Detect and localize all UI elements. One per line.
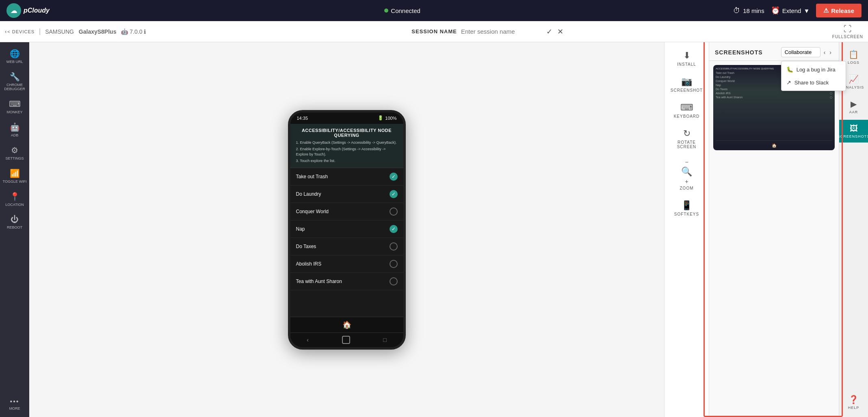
bug-icon: 🐛 — [786, 66, 793, 73]
fullscreen-button[interactable]: ⛶ FULLSCREEN — [832, 24, 863, 39]
screenshot-tool[interactable]: 📷 SCREENSHOT — [665, 72, 709, 97]
info-icon[interactable]: ℹ — [144, 28, 146, 35]
zoom-tool[interactable]: − 🔍 + ZOOM — [665, 155, 709, 194]
todo-item[interactable]: Abolish IRS — [290, 255, 403, 273]
extend-area[interactable]: ⏰ Extend ▼ — [771, 6, 810, 15]
softkeys-tool[interactable]: 📱 SOFTKEYS — [665, 196, 709, 220]
share-icon: ↗ — [786, 79, 791, 86]
screenshot-icon: 📷 — [681, 76, 692, 87]
screenshots-title: SCREENSHOTS — [715, 49, 763, 56]
phone-home-btn[interactable] — [342, 336, 350, 344]
instruction-1: 1. Enable QueryBack (Settings -> Accessi… — [296, 140, 398, 145]
phone-nav-bar: ‹ □ — [290, 333, 403, 347]
back-to-devices-button[interactable]: ‹ < DEVICES — [5, 28, 35, 35]
screenshots-content: ACCESSIBILITY/ACCESSIBILITY NODE QUERYIN… — [709, 61, 839, 417]
battery-icon: 🔋 — [378, 115, 383, 121]
keyboard-icon: ⌨ — [680, 102, 693, 113]
sidebar-toggle-wifi-label: TOGGLE WIFI — [3, 179, 27, 184]
battery-level: 100% — [385, 116, 396, 121]
todo-text: Do Taxes — [296, 244, 316, 249]
settings-icon: ⚙ — [11, 145, 18, 155]
thumb-row-7: Tea with Aunt Sharon — [716, 96, 832, 99]
todo-item[interactable]: Take out Trash ✓ — [290, 168, 403, 186]
aar-icon: ▶ — [851, 99, 857, 109]
session-name-input[interactable] — [461, 28, 542, 35]
session-name-area: SESSION NAME ✓ ✕ — [151, 27, 824, 36]
right-toolbar: ⬇ INSTALL 📷 SCREENSHOT ⌨ KEYBOARD ↻ ROTA… — [664, 42, 709, 417]
thumb-row-text-6: Abolish IRS — [716, 92, 828, 95]
far-sidebar-item-aar[interactable]: ▶ AAR — [839, 95, 868, 118]
fullscreen-icon: ⛶ — [844, 24, 852, 34]
screenshots-panel: SCREENSHOTS Collaborate 🐛 Log a bug in J… — [709, 42, 839, 417]
fullscreen-label: FULLSCREEN — [832, 35, 863, 39]
todo-item[interactable]: Conquer World — [290, 203, 403, 220]
thumb-home-icon: 🏠 — [772, 143, 777, 148]
phone-back-btn[interactable]: ‹ — [307, 337, 309, 343]
cancel-session-icon[interactable]: ✕ — [557, 27, 563, 36]
collaborate-select[interactable]: Collaborate — [781, 47, 820, 57]
dropdown-next-button[interactable]: › — [828, 48, 833, 56]
sidebar-item-more[interactable]: ••• MORE — [0, 395, 29, 414]
connection-status: Connected — [76, 7, 728, 14]
sidebar-item-reboot[interactable]: ⏻ REBOOT — [0, 212, 29, 233]
keyboard-tool[interactable]: ⌨ KEYBOARD — [665, 98, 709, 123]
connected-dot-icon — [384, 9, 388, 13]
rotate-screen-tool[interactable]: ↻ ROTATESCREEN — [665, 124, 709, 153]
chrome-debugger-icon: 🔧 — [10, 72, 20, 82]
analysis-icon: 📈 — [849, 74, 859, 84]
sidebar-location-label: LOCATION — [5, 203, 24, 207]
screenshots-sidebar-icon: 🖼 — [850, 124, 858, 133]
softkeys-icon: 📱 — [681, 200, 692, 211]
timer-icon: ⏱ — [733, 6, 740, 15]
todo-item[interactable]: Tea with Aunt Sharon — [290, 273, 403, 290]
web-url-icon: 🌐 — [10, 49, 20, 58]
sidebar-web-url-label: WEB URL — [6, 60, 23, 64]
sidebar-item-chrome-debugger[interactable]: 🔧 CHROMEDEBUGGER — [0, 69, 29, 94]
session-actions: ✓ ✕ — [546, 27, 563, 36]
dropdown-prev-button[interactable]: ‹ — [822, 48, 827, 56]
phone-recents-btn[interactable]: □ — [383, 337, 386, 343]
extend-chevron-icon: ▼ — [803, 7, 810, 14]
log-bug-jira-item[interactable]: 🐛 Log a bug in Jira — [781, 63, 846, 76]
left-sidebar: 🌐 WEB URL 🔧 CHROMEDEBUGGER ⌨ MONKEY 🤖 AD… — [0, 42, 29, 417]
todo-check-done: ✓ — [390, 173, 398, 181]
install-tool[interactable]: ⬇ INSTALL — [665, 46, 709, 71]
todo-item[interactable]: Do Taxes — [290, 238, 403, 255]
release-button[interactable]: ⚠ Release — [816, 4, 862, 17]
sidebar-item-monkey[interactable]: ⌨ MONKEY — [0, 96, 29, 117]
todo-check-done: ✓ — [390, 225, 398, 233]
thumb-empty-dot — [830, 96, 832, 99]
confirm-session-icon[interactable]: ✓ — [546, 27, 552, 36]
instruction-3: 3. Touch explore the list. — [296, 158, 398, 164]
dropdown-nav: ‹ › — [822, 48, 833, 56]
collaborate-dropdown[interactable]: Collaborate 🐛 Log a bug in Jira ↗ Share … — [781, 47, 833, 57]
sidebar-settings-label: SETTINGS — [5, 156, 24, 160]
sidebar-item-adb[interactable]: 🤖 ADB — [0, 119, 29, 140]
sidebar-chrome-debugger-label: CHROMEDEBUGGER — [4, 83, 25, 91]
install-icon: ⬇ — [683, 50, 691, 61]
screenshots-header: SCREENSHOTS Collaborate 🐛 Log a bug in J… — [709, 42, 839, 61]
phone-screen[interactable]: ACCESSIBILITY/ACCESSIBILITY NODE QUERYIN… — [290, 124, 403, 333]
session-label: SESSION NAME — [411, 28, 457, 35]
zoom-plus-icon: + — [685, 178, 688, 185]
app-title: ACCESSIBILITY/ACCESSIBILITY NODE QUERYIN… — [296, 128, 398, 138]
phone-mockup[interactable]: 14:35 🔋 100% ACCESSIBILITY/ACCESSIBILITY… — [288, 110, 406, 350]
top-navigation: ☁ pCloudy Connected ⏱ 18 mins ⏰ Extend ▼… — [0, 0, 868, 21]
thumb-row-6: Abolish IRS — [716, 92, 832, 95]
todo-item[interactable]: Nap ✓ — [290, 220, 403, 238]
phone-time: 14:35 — [297, 116, 308, 121]
sidebar-item-toggle-wifi[interactable]: 📶 TOGGLE WIFI — [0, 165, 29, 187]
sidebar-item-settings[interactable]: ⚙ SETTINGS — [0, 142, 29, 164]
far-sidebar-item-screenshots[interactable]: 🖼 SCREENSHOTS — [839, 120, 868, 143]
phone-nav-home-icon: 🏠 — [342, 320, 351, 329]
todo-item[interactable]: Do Laundry ✓ — [290, 186, 403, 203]
android-icon: 🤖 — [121, 28, 128, 35]
toggle-wifi-icon: 📶 — [10, 169, 20, 178]
sidebar-item-web-url[interactable]: 🌐 WEB URL — [0, 45, 29, 67]
share-slack-item[interactable]: ↗ Share to Slack — [781, 76, 846, 89]
sidebar-item-location[interactable]: 📍 LOCATION — [0, 188, 29, 210]
far-sidebar-item-help[interactable]: ❓ HELP — [839, 391, 868, 414]
todo-check-empty — [390, 260, 398, 268]
log-bug-jira-label: Log a bug in Jira — [797, 67, 836, 73]
todo-list: Take out Trash ✓ Do Laundry ✓ Conquer Wo… — [290, 168, 403, 317]
